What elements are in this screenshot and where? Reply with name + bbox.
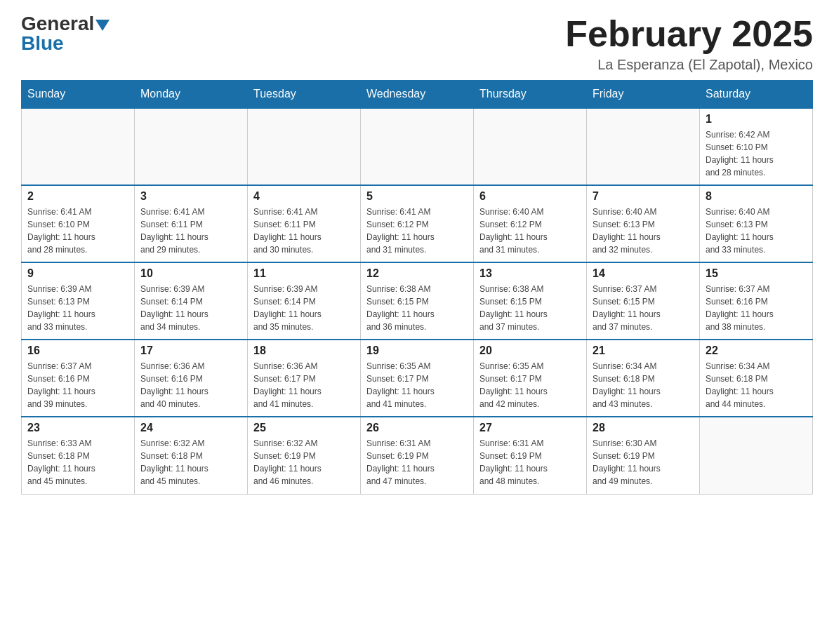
weekday-header-thursday: Thursday xyxy=(474,81,587,109)
calendar-cell: 5Sunrise: 6:41 AM Sunset: 6:12 PM Daylig… xyxy=(361,185,474,262)
day-number: 4 xyxy=(253,190,355,203)
location-label: La Esperanza (El Zapotal), Mexico xyxy=(565,57,813,73)
calendar-cell: 23Sunrise: 6:33 AM Sunset: 6:18 PM Dayli… xyxy=(22,417,135,494)
weekday-header-sunday: Sunday xyxy=(22,81,135,109)
calendar-header-row: SundayMondayTuesdayWednesdayThursdayFrid… xyxy=(22,81,813,109)
day-number: 21 xyxy=(593,344,694,357)
day-info: Sunrise: 6:32 AM Sunset: 6:19 PM Dayligh… xyxy=(253,437,355,488)
day-number: 28 xyxy=(593,422,694,434)
calendar-cell: 19Sunrise: 6:35 AM Sunset: 6:17 PM Dayli… xyxy=(361,340,474,417)
logo: General Blue xyxy=(21,14,110,53)
day-info: Sunrise: 6:30 AM Sunset: 6:19 PM Dayligh… xyxy=(593,437,694,488)
day-info: Sunrise: 6:38 AM Sunset: 6:15 PM Dayligh… xyxy=(479,283,581,333)
day-number: 16 xyxy=(27,344,128,357)
calendar-cell: 18Sunrise: 6:36 AM Sunset: 6:17 PM Dayli… xyxy=(248,340,361,417)
day-number: 19 xyxy=(366,344,468,357)
day-info: Sunrise: 6:36 AM Sunset: 6:16 PM Dayligh… xyxy=(140,360,241,410)
calendar-cell: 27Sunrise: 6:31 AM Sunset: 6:19 PM Dayli… xyxy=(474,417,587,494)
day-number: 1 xyxy=(706,113,807,126)
day-info: Sunrise: 6:40 AM Sunset: 6:13 PM Dayligh… xyxy=(706,206,807,256)
day-number: 12 xyxy=(366,267,468,280)
calendar-cell: 13Sunrise: 6:38 AM Sunset: 6:15 PM Dayli… xyxy=(474,262,587,340)
day-info: Sunrise: 6:37 AM Sunset: 6:16 PM Dayligh… xyxy=(27,360,128,410)
calendar-cell xyxy=(135,108,248,185)
day-number: 27 xyxy=(479,422,581,434)
calendar-week-row: 9Sunrise: 6:39 AM Sunset: 6:13 PM Daylig… xyxy=(22,262,813,340)
day-number: 5 xyxy=(366,190,468,203)
day-info: Sunrise: 6:36 AM Sunset: 6:17 PM Dayligh… xyxy=(253,360,355,410)
weekday-header-wednesday: Wednesday xyxy=(361,81,474,109)
day-info: Sunrise: 6:37 AM Sunset: 6:15 PM Dayligh… xyxy=(593,283,694,333)
day-info: Sunrise: 6:40 AM Sunset: 6:12 PM Dayligh… xyxy=(479,206,581,256)
day-info: Sunrise: 6:32 AM Sunset: 6:18 PM Dayligh… xyxy=(140,437,241,488)
day-info: Sunrise: 6:39 AM Sunset: 6:14 PM Dayligh… xyxy=(253,283,355,333)
page-header: General Blue February 2025 La Esperanza … xyxy=(21,14,813,73)
calendar-cell: 21Sunrise: 6:34 AM Sunset: 6:18 PM Dayli… xyxy=(587,340,700,417)
calendar-cell: 24Sunrise: 6:32 AM Sunset: 6:18 PM Dayli… xyxy=(135,417,248,494)
calendar-cell: 9Sunrise: 6:39 AM Sunset: 6:13 PM Daylig… xyxy=(22,262,135,340)
weekday-header-monday: Monday xyxy=(135,81,248,109)
day-number: 18 xyxy=(253,344,355,357)
calendar-cell xyxy=(22,108,135,185)
day-number: 13 xyxy=(479,267,581,280)
calendar-cell: 3Sunrise: 6:41 AM Sunset: 6:11 PM Daylig… xyxy=(135,185,248,262)
day-number: 22 xyxy=(706,344,807,357)
weekday-header-saturday: Saturday xyxy=(700,81,813,109)
logo-general-text: General xyxy=(21,14,110,34)
day-info: Sunrise: 6:35 AM Sunset: 6:17 PM Dayligh… xyxy=(366,360,468,410)
calendar-cell: 20Sunrise: 6:35 AM Sunset: 6:17 PM Dayli… xyxy=(474,340,587,417)
day-info: Sunrise: 6:35 AM Sunset: 6:17 PM Dayligh… xyxy=(479,360,581,410)
day-number: 7 xyxy=(593,190,694,203)
day-number: 26 xyxy=(366,422,468,434)
day-number: 9 xyxy=(27,267,128,280)
calendar-cell: 2Sunrise: 6:41 AM Sunset: 6:10 PM Daylig… xyxy=(22,185,135,262)
calendar-cell: 6Sunrise: 6:40 AM Sunset: 6:12 PM Daylig… xyxy=(474,185,587,262)
calendar-cell: 10Sunrise: 6:39 AM Sunset: 6:14 PM Dayli… xyxy=(135,262,248,340)
day-info: Sunrise: 6:34 AM Sunset: 6:18 PM Dayligh… xyxy=(593,360,694,410)
calendar-cell: 25Sunrise: 6:32 AM Sunset: 6:19 PM Dayli… xyxy=(248,417,361,494)
calendar-cell: 11Sunrise: 6:39 AM Sunset: 6:14 PM Dayli… xyxy=(248,262,361,340)
calendar-cell: 4Sunrise: 6:41 AM Sunset: 6:11 PM Daylig… xyxy=(248,185,361,262)
calendar-cell: 17Sunrise: 6:36 AM Sunset: 6:16 PM Dayli… xyxy=(135,340,248,417)
day-number: 25 xyxy=(253,422,355,434)
calendar-cell xyxy=(587,108,700,185)
calendar-cell xyxy=(361,108,474,185)
logo-arrow-icon xyxy=(95,20,110,31)
day-info: Sunrise: 6:37 AM Sunset: 6:16 PM Dayligh… xyxy=(706,283,807,333)
day-info: Sunrise: 6:31 AM Sunset: 6:19 PM Dayligh… xyxy=(479,437,581,488)
day-number: 8 xyxy=(706,190,807,203)
calendar-cell: 26Sunrise: 6:31 AM Sunset: 6:19 PM Dayli… xyxy=(361,417,474,494)
calendar-cell: 12Sunrise: 6:38 AM Sunset: 6:15 PM Dayli… xyxy=(361,262,474,340)
weekday-header-friday: Friday xyxy=(587,81,700,109)
calendar-cell xyxy=(474,108,587,185)
day-info: Sunrise: 6:41 AM Sunset: 6:11 PM Dayligh… xyxy=(140,206,241,256)
calendar-cell: 15Sunrise: 6:37 AM Sunset: 6:16 PM Dayli… xyxy=(700,262,813,340)
calendar-cell xyxy=(700,417,813,494)
day-number: 3 xyxy=(140,190,241,203)
day-number: 10 xyxy=(140,267,241,280)
logo-blue-text: Blue xyxy=(21,34,64,53)
day-number: 14 xyxy=(593,267,694,280)
weekday-header-tuesday: Tuesday xyxy=(248,81,361,109)
month-title: February 2025 xyxy=(565,14,813,54)
day-number: 11 xyxy=(253,267,355,280)
calendar-cell xyxy=(248,108,361,185)
day-info: Sunrise: 6:39 AM Sunset: 6:14 PM Dayligh… xyxy=(140,283,241,333)
calendar-cell: 8Sunrise: 6:40 AM Sunset: 6:13 PM Daylig… xyxy=(700,185,813,262)
calendar-cell: 28Sunrise: 6:30 AM Sunset: 6:19 PM Dayli… xyxy=(587,417,700,494)
day-info: Sunrise: 6:34 AM Sunset: 6:18 PM Dayligh… xyxy=(706,360,807,410)
calendar-cell: 16Sunrise: 6:37 AM Sunset: 6:16 PM Dayli… xyxy=(22,340,135,417)
day-number: 15 xyxy=(706,267,807,280)
calendar-cell: 7Sunrise: 6:40 AM Sunset: 6:13 PM Daylig… xyxy=(587,185,700,262)
calendar-table: SundayMondayTuesdayWednesdayThursdayFrid… xyxy=(21,80,813,495)
calendar-week-row: 23Sunrise: 6:33 AM Sunset: 6:18 PM Dayli… xyxy=(22,417,813,494)
day-info: Sunrise: 6:41 AM Sunset: 6:12 PM Dayligh… xyxy=(366,206,468,256)
calendar-week-row: 2Sunrise: 6:41 AM Sunset: 6:10 PM Daylig… xyxy=(22,185,813,262)
calendar-week-row: 16Sunrise: 6:37 AM Sunset: 6:16 PM Dayli… xyxy=(22,340,813,417)
day-number: 23 xyxy=(27,422,128,434)
day-info: Sunrise: 6:41 AM Sunset: 6:10 PM Dayligh… xyxy=(27,206,128,256)
day-info: Sunrise: 6:33 AM Sunset: 6:18 PM Dayligh… xyxy=(27,437,128,488)
title-section: February 2025 La Esperanza (El Zapotal),… xyxy=(565,14,813,73)
calendar-cell: 14Sunrise: 6:37 AM Sunset: 6:15 PM Dayli… xyxy=(587,262,700,340)
day-number: 20 xyxy=(479,344,581,357)
